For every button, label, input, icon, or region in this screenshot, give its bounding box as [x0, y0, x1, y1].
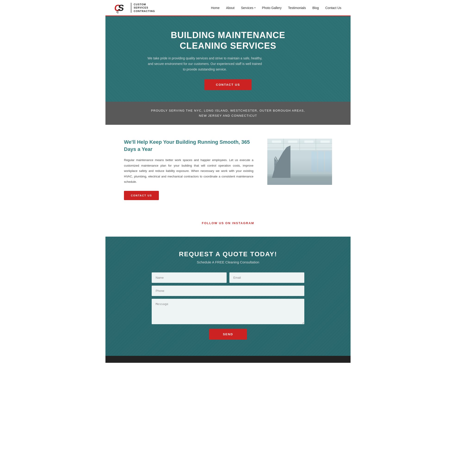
nav-home[interactable]: Home: [211, 6, 219, 10]
svg-rect-11: [288, 140, 297, 143]
send-button[interactable]: SEND: [209, 329, 247, 340]
building-image: [267, 139, 332, 185]
instagram-link[interactable]: FOLLOW US ON INSTAGRAM: [202, 221, 254, 225]
svg-rect-10: [272, 140, 281, 143]
navbar: C S C CUSTOM SERVICES CONTRACTING Home A…: [105, 0, 351, 16]
service-banner: PROUDLY SERVING THE NYC, LONG ISLAND, WE…: [105, 102, 351, 125]
footer: [105, 356, 351, 363]
section-body: Regular maintenance means better work sp…: [124, 157, 254, 184]
svg-rect-17: [318, 151, 324, 172]
nav-services[interactable]: Services ▾: [241, 6, 255, 10]
building-svg: [267, 139, 332, 185]
content-right: [267, 139, 332, 185]
hero-subtitle: We take pride in providing quality servi…: [147, 56, 263, 72]
nav-blog[interactable]: Blog: [312, 6, 319, 10]
content-grid: We'll Help Keep Your Building Running Sm…: [124, 139, 332, 200]
logo-text: CUSTOM SERVICES CONTRACTING: [131, 3, 155, 13]
chevron-down-icon: ▾: [254, 7, 255, 9]
instagram-section: FOLLOW US ON INSTAGRAM: [105, 214, 351, 237]
svg-text:C: C: [116, 10, 119, 14]
svg-rect-16: [311, 151, 317, 172]
section-contact-button[interactable]: CONTACT US: [124, 191, 159, 200]
hero-section: BUILDING MAINTENANCE CLEANING SERVICES W…: [105, 16, 351, 102]
main-content-section: We'll Help Keep Your Building Running Sm…: [105, 125, 351, 214]
svg-rect-12: [304, 140, 314, 143]
name-input[interactable]: [152, 272, 227, 283]
quote-section: REQUEST A QUOTE TODAY! Schedule A FREE C…: [105, 237, 351, 356]
svg-rect-18: [325, 151, 331, 172]
quote-title: REQUEST A QUOTE TODAY!: [152, 250, 304, 258]
nav-contact[interactable]: Contact Us: [325, 6, 341, 10]
nav-links: Home About Services ▾ Photo Gallery Test…: [211, 6, 341, 10]
logo-icon: C S C: [115, 2, 129, 14]
svg-rect-13: [321, 140, 330, 143]
quote-subtitle: Schedule A FREE Cleaning Consultation: [152, 260, 304, 264]
quote-content: REQUEST A QUOTE TODAY! Schedule A FREE C…: [152, 250, 304, 340]
logo[interactable]: C S C CUSTOM SERVICES CONTRACTING: [115, 2, 155, 14]
message-input[interactable]: [152, 299, 304, 324]
hero-title: BUILDING MAINTENANCE CLEANING SERVICES: [147, 30, 309, 51]
hero-content: BUILDING MAINTENANCE CLEANING SERVICES W…: [147, 30, 309, 90]
service-area-text: PROUDLY SERVING THE NYC, LONG ISLAND, WE…: [115, 108, 341, 118]
nav-about[interactable]: About: [226, 6, 235, 10]
email-input[interactable]: [229, 272, 304, 283]
form-name-email-row: [152, 272, 304, 283]
section-heading: We'll Help Keep Your Building Running Sm…: [124, 139, 254, 153]
nav-photo-gallery[interactable]: Photo Gallery: [262, 6, 282, 10]
hero-contact-button[interactable]: CONTACT US: [204, 79, 252, 90]
nav-testimonials[interactable]: Testimonials: [288, 6, 306, 10]
phone-input[interactable]: [152, 286, 304, 296]
content-left: We'll Help Keep Your Building Running Sm…: [124, 139, 254, 200]
